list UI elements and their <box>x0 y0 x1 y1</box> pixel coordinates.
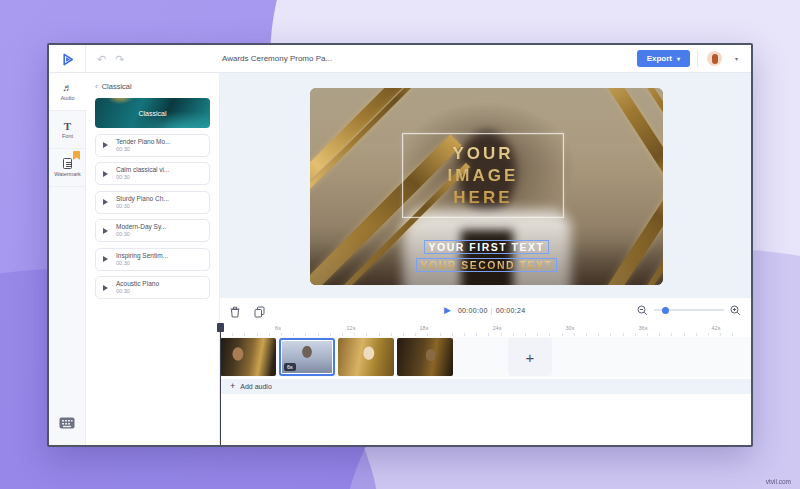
play-icon[interactable] <box>103 285 108 291</box>
watermark-document-icon <box>63 158 72 169</box>
second-text-layer[interactable]: YOUR SECOND TEXT <box>416 258 558 272</box>
clip-duration-badge: 6s <box>284 363 296 371</box>
zoom-slider-handle[interactable] <box>662 307 669 314</box>
timecode-separator: | <box>491 307 493 314</box>
image-placeholder-frame[interactable]: YOUR IMAGE HERE <box>402 133 564 218</box>
first-text-layer[interactable]: YOUR FIRST TEXT <box>424 240 550 254</box>
ruler-tick: 18s <box>420 325 429 331</box>
duplicate-icon <box>254 306 265 318</box>
audio-track-item[interactable]: Tender Piano Mo...00:30 <box>95 134 210 157</box>
audio-library-panel: ‹ Classical Classical Tender Piano Mo...… <box>86 73 220 445</box>
track-title: Calm classical vi... <box>116 166 169 174</box>
timeline-clip-1[interactable] <box>220 338 276 376</box>
site-watermark: vtvil.com <box>766 478 791 485</box>
play-icon[interactable] <box>103 228 108 234</box>
editor-window: ↶ ↷ Awards Ceremony Promo Pa... Export ▾… <box>47 43 753 447</box>
ruler-tick: 36s <box>639 325 648 331</box>
track-duration: 00:30 <box>116 146 171 153</box>
video-preview[interactable]: YOUR IMAGE HERE YOUR FIRST TEXT YOUR SEC… <box>310 88 663 285</box>
sidebar-item-audio[interactable]: ♬ Audio <box>49 73 86 111</box>
bookmark-badge-icon <box>73 151 80 160</box>
chevron-left-icon: ‹ <box>95 82 98 91</box>
avatar[interactable] <box>707 51 722 66</box>
sidebar-item-label: Watermark <box>54 171 81 177</box>
undo-icon[interactable]: ↶ <box>97 53 106 66</box>
font-icon: T <box>64 121 71 131</box>
play-icon[interactable] <box>103 199 108 205</box>
category-name: Classical <box>102 82 132 91</box>
play-icon[interactable] <box>103 142 108 148</box>
timeline-play-button[interactable]: ▶ <box>444 305 451 315</box>
delete-button[interactable] <box>230 304 240 322</box>
top-bar: ↶ ↷ Awards Ceremony Promo Pa... Export ▾… <box>49 45 751 73</box>
track-title: Inspiring Sentim... <box>116 252 168 260</box>
keyboard-icon <box>59 417 75 429</box>
timeline-toolbar: ▶ 00:00:00|00:00:24 <box>220 298 751 322</box>
video-track: 6s + <box>220 337 751 377</box>
timecode-total: 00:00:24 <box>496 307 526 314</box>
ruler-tick: 42s <box>712 325 721 331</box>
track-title: Modern-Day Sy... <box>116 223 166 231</box>
timecode-current: 00:00:00 <box>458 307 488 314</box>
track-duration: 00:30 <box>116 203 169 210</box>
divider <box>697 51 698 67</box>
ruler-tick: 30s <box>566 325 575 331</box>
track-duration: 00:30 <box>116 174 169 181</box>
export-label: Export <box>647 54 672 63</box>
category-banner[interactable]: Classical <box>95 98 210 128</box>
add-audio-label: Add audio <box>240 383 272 390</box>
keyboard-shortcuts-button[interactable] <box>59 415 75 433</box>
track-duration: 00:30 <box>116 288 159 295</box>
timeline-clip-3[interactable] <box>338 338 394 376</box>
sidebar-item-watermark[interactable]: Watermark <box>49 149 86 187</box>
sidebar: ♬ Audio T Font Watermark <box>49 73 86 445</box>
plus-icon: + <box>526 349 535 366</box>
track-duration: 00:30 <box>116 260 168 267</box>
ruler-tick: 24s <box>493 325 502 331</box>
track-title: Acoustic Piano <box>116 280 159 288</box>
person-icon <box>712 54 718 64</box>
chevron-down-icon: ▾ <box>677 55 680 62</box>
trash-icon <box>230 306 240 318</box>
sidebar-item-font[interactable]: T Font <box>49 111 86 149</box>
track-duration: 00:30 <box>116 231 166 238</box>
play-icon[interactable] <box>103 171 108 177</box>
audio-track-item[interactable]: Sturdy Piano Ch...00:30 <box>95 191 210 214</box>
music-note-icon: ♬ <box>63 83 73 93</box>
export-button[interactable]: Export ▾ <box>637 50 690 67</box>
track-title: Tender Piano Mo... <box>116 138 171 146</box>
duplicate-button[interactable] <box>254 304 265 322</box>
app-logo[interactable] <box>49 45 86 73</box>
zoom-in-icon[interactable] <box>730 305 741 316</box>
timeline-panel: ▶ 00:00:00|00:00:24 <box>220 298 751 445</box>
account-chevron-down-icon[interactable]: ▾ <box>735 45 738 73</box>
main-area: YOUR IMAGE HERE YOUR FIRST TEXT YOUR SEC… <box>220 73 751 445</box>
sidebar-item-label: Audio <box>60 95 74 101</box>
banner-label: Classical <box>138 110 166 117</box>
play-logo-icon <box>60 52 75 67</box>
back-to-categories[interactable]: ‹ Classical <box>95 82 210 91</box>
image-placeholder-text: YOUR IMAGE HERE <box>448 143 519 209</box>
zoom-out-icon[interactable] <box>637 305 648 316</box>
playhead-handle[interactable] <box>217 323 224 332</box>
ruler-tick: 6s <box>275 325 281 331</box>
audio-track-item[interactable]: Modern-Day Sy...00:30 <box>95 219 210 242</box>
add-audio-button[interactable]: + Add audio <box>220 379 751 394</box>
project-title: Awards Ceremony Promo Pa... <box>222 45 332 73</box>
track-title: Sturdy Piano Ch... <box>116 195 169 203</box>
redo-icon[interactable]: ↷ <box>115 53 124 66</box>
plus-icon: + <box>230 379 235 394</box>
audio-track-item[interactable]: Inspiring Sentim...00:30 <box>95 248 210 271</box>
audio-track-item[interactable]: Calm classical vi...00:30 <box>95 162 210 185</box>
play-icon[interactable] <box>103 256 108 262</box>
zoom-slider[interactable] <box>654 309 724 311</box>
timeline-clip-4[interactable] <box>397 338 453 376</box>
audio-track-item[interactable]: Acoustic Piano00:30 <box>95 276 210 299</box>
timecode: 00:00:00|00:00:24 <box>458 307 525 314</box>
add-clip-button[interactable]: + <box>508 338 552 376</box>
sidebar-item-label: Font <box>62 133 73 139</box>
playhead-line[interactable] <box>220 324 221 445</box>
timeline-clip-2-selected[interactable]: 6s <box>279 338 335 376</box>
ruler-tick: 12s <box>347 325 356 331</box>
timeline-ruler[interactable]: 6s 12s 18s 24s 30s 36s 42s <box>220 324 751 336</box>
